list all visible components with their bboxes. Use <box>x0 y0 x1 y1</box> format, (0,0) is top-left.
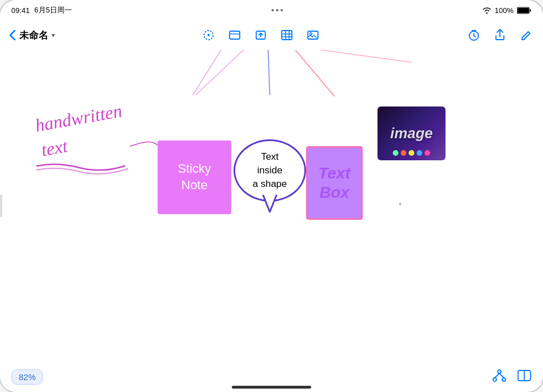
image-icon[interactable] <box>305 27 321 43</box>
svg-marker-25 <box>263 195 277 212</box>
sticky-note[interactable]: Sticky Note <box>158 140 231 214</box>
device-frame: 09:41 6月5日周一 100% <box>0 0 543 392</box>
svg-point-27 <box>493 378 497 381</box>
time: 09:41 <box>11 6 30 15</box>
svg-line-30 <box>499 373 504 378</box>
date: 6月5日周一 <box>35 5 72 15</box>
svg-line-20 <box>268 50 270 95</box>
battery-text: 100% <box>495 6 514 15</box>
image-beads <box>393 150 430 156</box>
speech-bubble-body: Text inside a shape <box>234 139 306 202</box>
svg-line-22 <box>320 50 412 62</box>
zoom-badge[interactable]: 82% <box>11 369 43 385</box>
dot2 <box>276 9 278 11</box>
dot3 <box>281 9 283 11</box>
toolbar-center <box>201 27 321 43</box>
text-box[interactable]: Text Box <box>306 146 363 220</box>
share-icon[interactable] <box>492 27 508 43</box>
network-icon[interactable] <box>492 368 507 385</box>
svg-line-18 <box>193 50 221 95</box>
svg-line-17 <box>474 36 476 37</box>
svg-point-26 <box>498 370 501 373</box>
status-dots <box>272 9 283 11</box>
upload-icon[interactable] <box>253 27 269 43</box>
back-button[interactable] <box>9 29 16 41</box>
edit-icon[interactable] <box>518 27 534 43</box>
svg-point-14 <box>309 33 312 35</box>
status-bar-right: 100% <box>482 6 532 15</box>
svg-rect-1 <box>517 8 529 13</box>
speech-bubble[interactable]: Text inside a shape <box>234 139 306 212</box>
canvas-dot <box>399 203 401 205</box>
layout-icon[interactable] <box>517 368 532 385</box>
home-indicator <box>232 386 311 389</box>
toolbar-right <box>466 27 534 43</box>
card-icon[interactable] <box>227 27 243 43</box>
chevron-down-icon: ▾ <box>52 32 55 39</box>
bead-yellow <box>409 150 414 156</box>
svg-line-19 <box>196 50 244 95</box>
bead-pink <box>425 150 430 156</box>
bead-red <box>401 150 406 156</box>
svg-rect-4 <box>230 31 240 39</box>
battery-icon <box>517 7 532 14</box>
timer-icon[interactable] <box>466 27 482 43</box>
svg-rect-8 <box>282 31 292 40</box>
table-icon[interactable] <box>279 27 295 43</box>
bead-blue <box>417 150 422 156</box>
canvas: handwritten text Sticky Note Text inside… <box>0 50 543 361</box>
status-bar: 09:41 6月5日周一 100% <box>0 0 543 20</box>
svg-text:text: text <box>40 135 70 160</box>
svg-point-28 <box>502 378 506 381</box>
toolbar-left: 未命名 ▾ <box>9 29 55 42</box>
bottom-right-icons <box>492 368 532 385</box>
dot1 <box>272 9 274 11</box>
zoom-value: 82% <box>19 372 36 382</box>
svg-line-21 <box>295 50 334 96</box>
image-label: image <box>390 125 432 142</box>
svg-text:handwritten: handwritten <box>33 100 124 135</box>
handwritten-text: handwritten text <box>33 100 128 174</box>
side-handle[interactable] <box>0 194 2 217</box>
toolbar: 未命名 ▾ <box>0 20 543 50</box>
lasso-icon[interactable] <box>201 27 217 43</box>
svg-line-29 <box>495 373 499 378</box>
svg-point-3 <box>207 34 210 36</box>
image-element[interactable]: image <box>377 106 446 160</box>
bead-green <box>393 150 398 156</box>
wifi-icon <box>482 7 491 14</box>
doc-title[interactable]: 未命名 ▾ <box>19 29 55 42</box>
status-bar-left: 09:41 6月5日周一 <box>11 5 72 15</box>
